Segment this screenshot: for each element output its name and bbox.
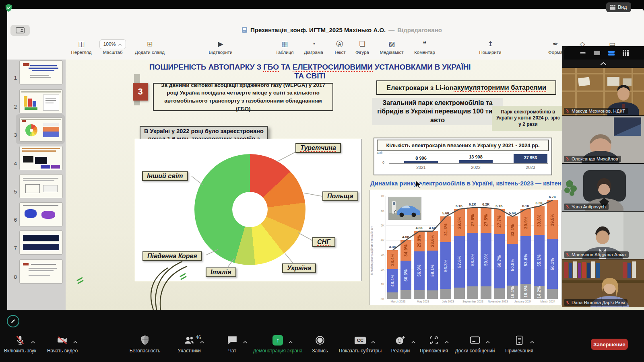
pie-label-1: Туретчина [295, 143, 341, 153]
bar-segment: 16.5% [520, 284, 531, 299]
y-tick-label: 0K [376, 297, 384, 301]
comment-icon: ❝ [405, 39, 444, 49]
bar-segment: 30.8% [534, 206, 545, 235]
shield-icon [140, 335, 150, 346]
share-screen-icon: ↑ [272, 335, 283, 346]
zoom-item-label: Включить звук [4, 348, 36, 354]
bar-segment: 56.3% [440, 242, 451, 288]
slide-title-part: ТА [279, 63, 293, 71]
total-value-label: 6.7K [547, 195, 559, 199]
slide-thumbnail-2[interactable] [19, 89, 63, 113]
minimize-panel-icon[interactable] [580, 52, 586, 53]
bar-segment [440, 289, 451, 299]
document-title-text: Презентація_конф. ИГТМ_2025 Махінько А.О… [250, 27, 386, 33]
segment-percent-label: 56.3% [444, 259, 448, 272]
video-tile-5[interactable]: Daria Riumina Дар'я Рюм [562, 259, 644, 307]
video-tile-4[interactable]: Мавлянов Абдулла Алма [562, 211, 644, 259]
zoom-toolbar-notes[interactable]: Примечания [489, 335, 549, 354]
notes-icon [514, 335, 524, 346]
presenter-view-button[interactable] [10, 25, 30, 36]
segment-percent-label: 34.9% [404, 244, 408, 257]
pie-label-text: Польща [327, 193, 353, 200]
slide-thumbnail-5[interactable] [19, 174, 63, 198]
y-tick-label: 3K [376, 253, 384, 257]
slide-thumbnail-7[interactable] [19, 230, 63, 255]
toolbar-item-Поширити[interactable]: ↥Поширити [471, 39, 510, 55]
total-value-label: 6.1K [493, 204, 505, 208]
chevron-up-icon[interactable] [243, 338, 248, 345]
zoom-level-control[interactable]: 100% [99, 39, 126, 49]
slide-thumbnail-4[interactable] [19, 146, 63, 170]
keynote-window: Презентація_конф. ИГТМ_2025 Махінько А.О… [7, 9, 644, 310]
x-tick-label: January 2024 [510, 300, 536, 303]
slide-thumbnail-1[interactable] [19, 60, 63, 84]
zoom-item-label: Участники [178, 348, 200, 354]
bar-segment [494, 288, 505, 299]
chevron-up-icon [600, 62, 607, 65]
end-meeting-button[interactable]: Завершение [591, 339, 628, 350]
zoom-item-label: Примечания [505, 348, 533, 354]
gbo-donut-chart: ТуретчинаПольщаСНГУкраїнаІталіяПівденна … [135, 139, 362, 281]
slide-thumbnail-3[interactable] [19, 117, 63, 142]
ev-photo [388, 197, 421, 220]
slide-thumbnail-8[interactable] [19, 259, 63, 284]
zoom-item-label: Чат [228, 348, 236, 354]
toolbar-item-Додати слайд[interactable]: ⊞Додати слайд [130, 39, 169, 55]
keynote-chrome: Презентація_конф. ИГТМ_2025 Махінько А.О… [7, 9, 644, 60]
bar-segment: 29.8% [454, 209, 465, 236]
title-separator: — [388, 27, 394, 33]
add-slide-icon: ⊞ [130, 39, 169, 49]
collapse-videos-button[interactable] [562, 60, 644, 68]
video-tile-2[interactable]: Олександр Михайлов [562, 115, 644, 164]
bar-segment [467, 286, 478, 299]
bar-segment: 14.2% [534, 286, 545, 299]
x-tick-label: 2022 [459, 165, 493, 170]
annotation-pencil-tool[interactable] [7, 315, 19, 327]
chevron-up-icon[interactable] [530, 338, 535, 345]
segment-percent-label: 30.8% [537, 214, 541, 227]
total-value-label: 3.3K [387, 245, 399, 249]
segment-percent-label: 39.5% [550, 214, 555, 226]
slide-title: ПОШИРЕНІСТЬ АВТОПАРКУ З ГБО ТА ЕЛЕКТРОСИ… [149, 63, 471, 80]
slide-number: 8 [10, 274, 17, 280]
bar-segment: 55.1% [534, 235, 545, 286]
slide-thumbnail-6[interactable] [19, 202, 63, 226]
participant-name-label: Yana Antipovych [564, 204, 609, 210]
play-icon: ▶ [201, 39, 240, 49]
speaker-view-icon[interactable] [594, 51, 600, 55]
ev-market-stacked-chart: 7K6K5K4K3K2K1K0KКількість реєстраційних … [369, 190, 562, 305]
x-tick-label: March 2023 [385, 300, 411, 303]
segment-percent-label: 27.7% [497, 215, 502, 228]
ev-market-chart-title: Динаміка ринку електромобілів в Україні,… [370, 180, 564, 187]
ev-imports-chart-title: Кількість електрокарів ввезених в Україн… [377, 140, 549, 151]
slide-number-badge: 3 [133, 83, 148, 101]
y-axis-line [386, 196, 386, 299]
total-value-label: 6.2K [466, 202, 479, 206]
zoom-item-icon-row [469, 335, 481, 346]
gallery-view-icon[interactable] [608, 51, 615, 56]
x-tick-label: May 2024 [560, 300, 562, 303]
bar-segment [387, 292, 398, 299]
segment-percent-label: 28.6% [430, 234, 435, 247]
segment-percent-label: 29.9% [524, 216, 528, 229]
screen-person-icon [16, 27, 25, 33]
x-tick-label: May 2023 [410, 300, 436, 303]
toolbar-item-Масштаб[interactable]: 100%Масштаб [93, 39, 132, 55]
camera-off-icon [57, 335, 68, 346]
toolbar-item-Коментар[interactable]: ❝Коментар [405, 39, 444, 55]
total-value-label: 4.6K [427, 226, 439, 230]
video-tile-1[interactable]: Максуд Мехмонов, НДКТ [562, 68, 644, 116]
segment-percent-label: 27.5% [484, 214, 488, 226]
view-button[interactable]: Вид [606, 2, 631, 12]
chevron-up-icon[interactable] [73, 338, 78, 345]
zoom-toolbar-camera-off[interactable]: Начать видео [32, 335, 93, 354]
participant-name-label: Daria Riumina Дар'я Рюм [564, 299, 627, 306]
bar-segment: 27.5% [481, 208, 491, 232]
total-value-label: 6.1K [520, 204, 532, 208]
toolbar-item-Відтворити[interactable]: ▶Відтворити [201, 39, 240, 55]
video-tile-3[interactable]: Yana Antipovych [562, 163, 644, 212]
grid-view-icon[interactable] [623, 50, 629, 56]
pencil-icon [10, 319, 16, 324]
segment-percent-label: 59.1% [430, 264, 435, 277]
fleet-text-box: Загальний парк електромобілів та гібриді… [372, 98, 503, 125]
